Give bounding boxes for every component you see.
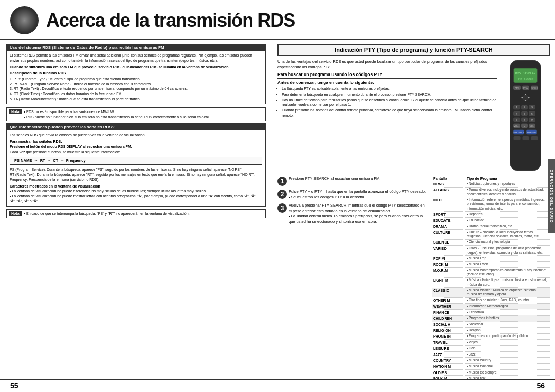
pty-row-name: OTHER M bbox=[432, 297, 465, 304]
pty-row-desc: • Drama, serial radiofónico, etc. bbox=[465, 223, 550, 230]
section-que-title: Qué informaciones pueden proveer las señ… bbox=[7, 124, 265, 130]
note-label-1: Nota bbox=[9, 109, 22, 114]
pty-row-desc: • Deportes bbox=[465, 212, 550, 218]
svg-text:▲: ▲ bbox=[524, 92, 527, 96]
step-2-text: Pulse PTY + o PTY – hasta que en la pant… bbox=[289, 189, 426, 200]
pty-row-name: DRAMA bbox=[432, 223, 465, 230]
pty-intro: Una de las ventajas del servicio RDS es … bbox=[278, 59, 497, 70]
table-row: SCIENCE• Ciencia natural y tecnología bbox=[432, 239, 550, 246]
pty-row-desc: • Ciencia natural y tecnología bbox=[465, 239, 550, 246]
flow-arrow-2: → bbox=[47, 158, 51, 164]
svg-text:4: 4 bbox=[516, 112, 517, 115]
pty-row-name: RELIGION bbox=[432, 327, 465, 333]
pty-row-name: LEISURE bbox=[432, 346, 465, 352]
ps-desc: PS (Program Service): Durante la búsqued… bbox=[10, 167, 262, 172]
svg-text:6: 6 bbox=[531, 112, 533, 115]
pty-row-name: CLASSIC bbox=[432, 288, 465, 297]
pty-row-desc: • Temas diversos incluyendo sucesos de a… bbox=[465, 187, 550, 197]
section-rds-uso: Uso del sistema RDS (Sistema de Datos de… bbox=[6, 44, 266, 104]
svg-text:5: 5 bbox=[524, 112, 525, 115]
svg-rect-46 bbox=[531, 136, 538, 140]
pty-row-desc: • Música folk bbox=[465, 376, 550, 379]
note-label-2: Nota bbox=[9, 211, 22, 216]
para-text2: Cada vez que presione el botón, se muest… bbox=[10, 150, 262, 155]
remote-svg: RDS DISPLAY PTY SEARCH PTY- PTY+ SRCH ▲ bbox=[501, 59, 550, 172]
svg-text:◄: ◄ bbox=[521, 96, 523, 99]
table-row: CLASSIC• Música clásica : Música de orqu… bbox=[432, 288, 550, 297]
antes-heading: Antes de comenzar, tenga en cuenta lo si… bbox=[278, 80, 497, 85]
table-row: AFFAIRS• Temas diversos incluyendo suces… bbox=[432, 187, 550, 197]
main-content: Uso del sistema RDS (Sistema de Datos de… bbox=[0, 40, 555, 379]
svg-rect-44 bbox=[514, 136, 521, 140]
para-text: Presione el botón del modo RDS DISPLAY a… bbox=[10, 144, 262, 150]
pty-row-desc: • Música de siempre bbox=[465, 369, 550, 376]
step-1-number: 1 bbox=[278, 177, 287, 186]
desc-items: 1. PTY (Program Type) : Muestra el tipo … bbox=[10, 77, 262, 102]
flow-item-rt: RT bbox=[40, 158, 45, 164]
pty-row-name: PHONE IN bbox=[432, 333, 465, 340]
rt-desc: RT (Radio Text): Durante la búsqueda, ap… bbox=[10, 172, 262, 177]
svg-text:VOL-: VOL- bbox=[530, 125, 535, 127]
pty-row-desc: • Noticias, opiniones y reportajes bbox=[465, 181, 550, 188]
table-row: OTHER M• Otro tipo de música : Jazz, R&B… bbox=[432, 297, 550, 304]
svg-text:2: 2 bbox=[524, 106, 525, 109]
desc-item-5: 5. TA (Traffic Announcement) : Indica qu… bbox=[10, 97, 262, 102]
table-row: JAZZ• Jazz bbox=[432, 351, 550, 358]
section-que: Qué informaciones pueden proveer las señ… bbox=[6, 123, 266, 206]
table-row: NEWS• Noticias, opiniones y reportajes bbox=[432, 181, 550, 188]
remote-control: RDS DISPLAY PTY SEARCH PTY- PTY+ SRCH ▲ bbox=[501, 59, 550, 173]
pty-table-container: Pantalla Tipo de Programa NEWS• Noticias… bbox=[432, 176, 550, 379]
table-row: TRAVEL• Viajes bbox=[432, 340, 550, 346]
table-row: LIGHT M• Música clásica ligera : música … bbox=[432, 277, 550, 287]
page-left: 55 bbox=[10, 382, 18, 390]
svg-text:0: 0 bbox=[524, 124, 525, 127]
pty-row-desc: • Economía bbox=[465, 309, 550, 315]
char-item-2: • La ventana de visualización no puede m… bbox=[10, 194, 262, 204]
pty-row-name: M.O.R.M bbox=[432, 268, 465, 277]
svg-text:PTY-: PTY- bbox=[515, 87, 520, 89]
pty-row-name: SOCIAL A bbox=[432, 322, 465, 328]
pty-row-name: FINANCE bbox=[432, 309, 465, 315]
svg-text:7: 7 bbox=[516, 118, 517, 121]
pty-row-name: COUNTRY bbox=[432, 358, 465, 364]
note-box-1: Nota • RDS no está disponible para trans… bbox=[6, 107, 266, 122]
bullet-4: Cuando presione los botones del control … bbox=[282, 108, 497, 118]
pty-row-desc: • Sociedad bbox=[465, 322, 550, 328]
pty-row-name: SPORT bbox=[432, 212, 465, 218]
pty-row-desc: • Viajes bbox=[465, 340, 550, 346]
svg-text:PTY SEARCH: PTY SEARCH bbox=[517, 77, 533, 80]
step-2: 2 Pulse PTY + o PTY – hasta que en la pa… bbox=[278, 189, 429, 200]
char-item-1: • La ventana de visualización no puede d… bbox=[10, 189, 262, 194]
section-rds-uso-content: El sistema RDS permite a las emisoras FM… bbox=[7, 51, 265, 104]
pty-row-name: WEATHER bbox=[432, 304, 465, 310]
pty-row-desc: • Música clásica ligera : música clásica… bbox=[465, 277, 550, 287]
rds-intro: El sistema RDS permite a las emisoras FM… bbox=[10, 53, 262, 63]
flow-arrow-1: → bbox=[34, 158, 38, 164]
svg-text:9: 9 bbox=[531, 118, 533, 121]
left-panel: Uso del sistema RDS (Sistema de Datos de… bbox=[0, 40, 272, 379]
flow-arrow-3: → bbox=[60, 158, 64, 164]
flow-arrows: PS NAME → RT → CT → Frequency bbox=[10, 157, 262, 165]
note2-line1: • En caso de que se interrumpa la búsque… bbox=[24, 211, 190, 216]
antes-bullets: La Búsqueda PTY es aplicable solamente a… bbox=[278, 86, 497, 118]
page-right: 56 bbox=[536, 382, 545, 390]
side-tab: OPERACIÓN DEL DIARIO bbox=[548, 159, 555, 233]
steps-area: 1 Presione PTY SEARCH al escuchar una em… bbox=[278, 176, 550, 379]
note1-line1: • RDS no está disponible para transmisio… bbox=[24, 109, 211, 115]
desc-item-3: 3. RT (Radio Text) : Decodifica el texto… bbox=[10, 86, 262, 91]
table-row: SPORT• Deportes bbox=[432, 212, 550, 218]
svg-rect-45 bbox=[523, 136, 529, 140]
pty-row-name: JAZZ bbox=[432, 351, 465, 358]
table-row: FINANCE• Economía bbox=[432, 309, 550, 315]
pty-row-desc: • Música country bbox=[465, 358, 550, 364]
pty-row-desc: • Información referente a pesos y medida… bbox=[465, 197, 550, 212]
table-row: POP M• Música Pop bbox=[432, 255, 550, 262]
note1-line2: • RDS puede no funcionar bien si la emis… bbox=[24, 115, 211, 120]
table-row: PHONE IN• Programas con participación de… bbox=[432, 333, 550, 340]
page-title: Acerca de la transmisión RDS bbox=[46, 10, 295, 31]
char-heading: Caracteres mostrados en la ventana de vi… bbox=[10, 184, 262, 189]
bullet-3: Hay un límite de tiempo para realizar lo… bbox=[282, 98, 497, 108]
svg-text:►: ► bbox=[528, 96, 530, 99]
steps-left: 1 Presione PTY SEARCH al escuchar una em… bbox=[278, 176, 429, 379]
table-row: OLDIES• Música de siempre bbox=[432, 369, 550, 376]
